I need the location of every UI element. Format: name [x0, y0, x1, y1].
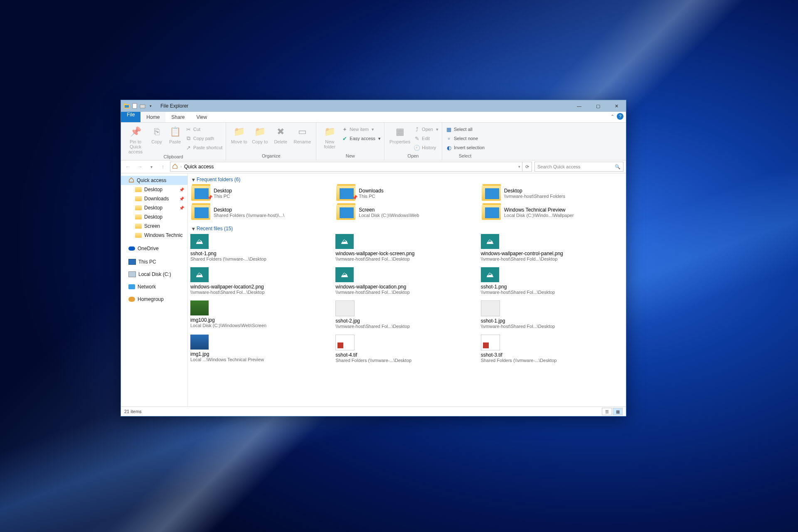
recent-file[interactable]: ⛰windows-wallpaper-location2.png\\vmware… — [190, 267, 331, 295]
help-icon[interactable]: ? — [617, 113, 623, 120]
content-pane[interactable]: ▶Frequent folders (6) DesktopThis PC📌Dow… — [188, 173, 626, 406]
properties-icon: ▦ — [393, 125, 406, 138]
nav-recent-dropdown[interactable]: ▾ — [147, 162, 156, 171]
pasteshortcut-button[interactable]: ↗Paste shortcut — [185, 143, 222, 152]
history-icon: 🕘 — [414, 144, 420, 151]
sidebar-local-disk[interactable]: Local Disk (C:) — [121, 270, 187, 279]
cut-button[interactable]: ✂Cut — [185, 125, 222, 133]
sidebar-network[interactable]: Network — [121, 282, 187, 291]
sidebar-item-3[interactable]: Desktop — [121, 212, 187, 222]
address-row: ← → ▾ ↑ › Quick access ▾ ⟳ Search Quick … — [121, 160, 626, 173]
sidebar-item-4[interactable]: Screen — [121, 222, 187, 231]
recent-file[interactable]: sshot-2.jpg\\vmware-host\Shared Fol...\D… — [335, 300, 476, 329]
folder-icon — [135, 214, 142, 219]
recent-file[interactable]: sshot-4.tifShared Folders (\\vmware-...\… — [335, 335, 476, 363]
tab-view[interactable]: View — [190, 112, 213, 122]
frequent-folder[interactable]: ScreenLocal Disk (C:)\Windows\Web — [335, 204, 476, 221]
close-button[interactable]: ✕ — [607, 100, 626, 112]
sidebar-item-0[interactable]: Desktop📌 — [121, 185, 187, 194]
edit-button[interactable]: ✎Edit — [414, 134, 438, 143]
open-button[interactable]: ⤴Open▾ — [414, 125, 438, 133]
rename-button[interactable]: ▭Rename — [292, 124, 313, 144]
titlebar[interactable]: ▾ File Explorer — ▢ ✕ — [121, 100, 626, 112]
frequent-folder[interactable]: DesktopShared Folders (\\vmware-host)\..… — [190, 204, 331, 221]
properties-button[interactable]: ▦Properties — [388, 124, 412, 144]
selectnone-button[interactable]: ▫Select none — [446, 134, 485, 143]
sidebar-item-5[interactable]: Windows Technic — [121, 231, 187, 240]
nav-back-button[interactable]: ← — [123, 162, 133, 171]
delete-icon: ✖ — [274, 125, 287, 138]
maximize-button[interactable]: ▢ — [589, 100, 607, 112]
search-box[interactable]: Search Quick access 🔍 — [534, 162, 623, 172]
pin-icon: 📌 — [179, 197, 184, 201]
recent-file[interactable]: sshot-3.tifShared Folders (\\vmware-...\… — [481, 335, 622, 363]
frequent-folder[interactable]: DesktopThis PC📌 — [190, 185, 331, 202]
sidebar-homegroup[interactable]: Homegroup — [121, 295, 187, 304]
nav-forward-button[interactable]: → — [135, 162, 144, 171]
copy-button[interactable]: ⎘ Copy — [148, 124, 165, 144]
folder-icon — [482, 205, 501, 220]
collapse-ribbon-icon[interactable]: ⌃ — [611, 114, 614, 119]
svg-rect-4 — [140, 105, 145, 108]
frequent-folder[interactable]: Desktop\\vmware-host\Shared Folders — [481, 185, 622, 202]
copypath-icon: ⧉ — [185, 135, 192, 142]
status-item-count: 21 items — [124, 409, 142, 414]
ribbon: 📌 Pin to Quick access ⎘ Copy 📋 Paste ✂Cu… — [121, 123, 626, 160]
group-header-recent[interactable]: ▶Recent files (15) — [190, 224, 622, 234]
svg-rect-2 — [125, 105, 129, 108]
home-icon — [128, 177, 134, 184]
sidebar-item-2[interactable]: Desktop📌 — [121, 203, 187, 212]
sidebar-this-pc[interactable]: This PC — [121, 257, 187, 266]
easyaccess-button[interactable]: ✔Easy access▾ — [341, 134, 381, 143]
history-button[interactable]: 🕘History — [414, 143, 438, 152]
ribbon-group-new: 📁New folder ✦New item▾ ✔Easy access▾ New — [316, 123, 384, 160]
group-header-frequent[interactable]: ▶Frequent folders (6) — [190, 175, 622, 185]
refresh-button[interactable]: ⟳ — [522, 162, 532, 172]
pin-icon: 📌 — [179, 187, 184, 192]
view-details-button[interactable]: ☰ — [602, 408, 612, 415]
sidebar-quick-access[interactable]: Quick access — [121, 176, 187, 185]
search-placeholder: Search Quick access — [537, 164, 580, 169]
copypath-button[interactable]: ⧉Copy path — [185, 134, 222, 143]
view-icons-button[interactable]: ▦ — [613, 408, 623, 415]
frequent-folder[interactable]: Windows Technical PreviewLocal Disk (C:)… — [481, 204, 622, 221]
recent-file[interactable]: img100.jpgLocal Disk (C:)\Windows\Web\Sc… — [190, 300, 331, 329]
tab-home[interactable]: Home — [140, 112, 165, 122]
nav-up-button[interactable]: ↑ — [158, 162, 167, 171]
selectall-button[interactable]: ▦Select all — [446, 125, 485, 133]
newitem-button[interactable]: ✦New item▾ — [341, 125, 381, 133]
qat-dropdown-icon[interactable]: ▾ — [147, 103, 154, 109]
qat-newfolder-icon[interactable] — [139, 103, 146, 109]
recent-file[interactable]: ⛰sshot-1.pngShared Folders (\\vmware-...… — [190, 234, 331, 261]
moveto-button[interactable]: 📁Move to — [229, 124, 249, 144]
recent-file[interactable]: sshot-1.jpg\\vmware-host\Shared Fol...\D… — [481, 300, 622, 329]
breadcrumb-location[interactable]: Quick access — [184, 164, 214, 170]
ribbon-group-organize: 📁Move to 📁Copy to ✖Delete ▭Rename Organi… — [226, 123, 316, 160]
recent-file[interactable]: img1.jpgLocal ...\Windows Technical Prev… — [190, 335, 331, 363]
invertsel-button[interactable]: ◐Invert selection — [446, 143, 485, 152]
minimize-button[interactable]: — — [570, 100, 589, 112]
address-bar[interactable]: › Quick access ▾ — [170, 162, 522, 172]
tab-share[interactable]: Share — [165, 112, 190, 122]
delete-button[interactable]: ✖Delete — [271, 124, 290, 144]
disk-icon — [128, 271, 136, 277]
copyto-button[interactable]: 📁Copy to — [250, 124, 269, 144]
sidebar-onedrive[interactable]: OneDrive — [121, 244, 187, 253]
recent-file[interactable]: ⛰windows-wallpaper-control-panel.png\\vm… — [481, 234, 622, 261]
recent-file[interactable]: ⛰sshot-1.png\\vmware-host\Shared Fol...\… — [481, 267, 622, 295]
pin-quickaccess-button[interactable]: 📌 Pin to Quick access — [124, 124, 147, 154]
recent-file[interactable]: ⛰windows-wallpaper-location.png\\vmware-… — [335, 267, 476, 295]
sidebar-item-1[interactable]: Downloads📌 — [121, 194, 187, 203]
paste-button[interactable]: 📋 Paste — [167, 124, 183, 144]
qat-properties-icon[interactable] — [131, 103, 138, 109]
copy-icon: ⎘ — [150, 125, 163, 138]
frequent-folder[interactable]: DownloadsThis PC📌 — [335, 185, 476, 202]
address-dropdown-icon[interactable]: ▾ — [518, 165, 520, 169]
pc-icon — [128, 259, 136, 265]
tab-file[interactable]: File — [121, 112, 140, 122]
newfolder-button[interactable]: 📁New folder — [320, 124, 340, 149]
pin-icon: 📌 — [179, 206, 184, 210]
folder-icon — [135, 187, 142, 192]
onedrive-icon — [128, 246, 135, 251]
recent-file[interactable]: ⛰windows-wallpaper-lock-screen.png\\vmwa… — [335, 234, 476, 261]
